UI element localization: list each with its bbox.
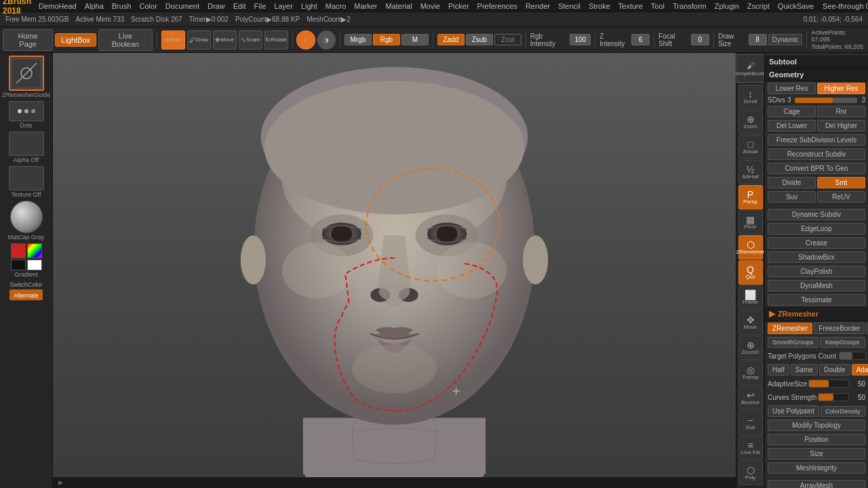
- color-spectrum[interactable]: [27, 243, 42, 258]
- zcut-btn[interactable]: Zcut: [494, 34, 521, 45]
- sub-icon[interactable]: − Sub: [738, 411, 763, 435]
- alpha-item[interactable]: Alpha Off: [3, 131, 50, 163]
- see-through-btn[interactable]: See-through 0: [819, 1, 868, 11]
- menu-light[interactable]: Light: [298, 1, 321, 11]
- menu-zscript[interactable]: Zscript: [744, 1, 773, 11]
- rnr-btn[interactable]: Rnr: [817, 106, 865, 117]
- alternate-btn[interactable]: Alternate: [9, 289, 42, 300]
- qvz-icon[interactable]: Q Qvz: [738, 260, 763, 285]
- zoom-icon[interactable]: ⊕ Zoom: [738, 110, 763, 134]
- menu-edit[interactable]: Edit: [230, 1, 250, 11]
- higher-res-btn[interactable]: Higher Res: [817, 83, 865, 94]
- poly-icon[interactable]: ⬡ Poly: [738, 461, 763, 485]
- brush-mode-btn[interactable]: ◑: [317, 30, 336, 49]
- gradient-item[interactable]: Gradient: [3, 243, 50, 278]
- move-tool[interactable]: ✥ Move: [213, 30, 237, 49]
- rgb-intensity-value[interactable]: 100: [570, 34, 591, 45]
- divide-btn[interactable]: Divide: [768, 177, 816, 188]
- scroll-icon[interactable]: ↕ Scroll: [738, 85, 763, 109]
- same-btn[interactable]: Same: [791, 364, 818, 375]
- array-mesh-btn[interactable]: ArrayMesh: [768, 480, 865, 488]
- menu-color[interactable]: Color: [136, 1, 161, 11]
- menu-preferences[interactable]: Preferences: [474, 1, 521, 11]
- mesh-integrity-btn[interactable]: MeshIntegrity: [768, 462, 865, 474]
- menu-marker[interactable]: Marker: [351, 1, 380, 11]
- color-density-btn[interactable]: ColorDensity: [821, 406, 865, 417]
- black-swatch[interactable]: [11, 260, 26, 270]
- rotate-tool[interactable]: ↻ Rotate: [264, 30, 288, 49]
- home-page-tab[interactable]: Home Page: [3, 29, 53, 51]
- menu-zplugin[interactable]: Zplugin: [711, 1, 743, 11]
- adaptive-size-slider[interactable]: [808, 380, 849, 388]
- tessimate-btn[interactable]: Tessimate: [768, 294, 865, 306]
- edgeloop-btn[interactable]: EdgeLoop: [768, 223, 865, 235]
- bounce-icon[interactable]: ↩ Bounce: [738, 386, 763, 410]
- menu-texture[interactable]: Texture: [615, 1, 646, 11]
- menu-layer[interactable]: Layer: [271, 1, 296, 11]
- matcap-item[interactable]: MatCap Gray: [3, 201, 50, 241]
- position-btn[interactable]: Position: [768, 434, 865, 445]
- scale-tool[interactable]: ⤡ Scale: [239, 30, 262, 49]
- center-canvas[interactable]: ▶: [53, 53, 736, 488]
- zremesher-section-header[interactable]: ▶ ZRemesher: [765, 307, 868, 321]
- menu-alpha[interactable]: Alpha: [81, 1, 107, 11]
- menu-document[interactable]: Document: [162, 1, 203, 11]
- stroke-item[interactable]: Dots: [3, 101, 50, 129]
- freeze-border-btn[interactable]: FreezeBorder: [814, 323, 865, 334]
- linefill-icon[interactable]: ≡ Line Fill: [738, 436, 763, 460]
- modify-topology-btn[interactable]: Modify Topology: [768, 420, 865, 431]
- move-icon[interactable]: ✥ Move: [738, 310, 763, 335]
- crease-btn[interactable]: Crease: [768, 237, 865, 249]
- lightbox-tab[interactable]: LightBox: [55, 33, 96, 47]
- size-btn[interactable]: Size: [768, 448, 865, 460]
- zremesher-main-btn[interactable]: ZRemesher: [768, 323, 812, 334]
- quicksave-btn[interactable]: QuickSave: [774, 1, 817, 11]
- menu-render[interactable]: Render: [522, 1, 553, 11]
- zsub-btn[interactable]: Zsub: [466, 34, 493, 45]
- left-brush-item[interactable]: ZRemesherGuide: [3, 56, 50, 98]
- smt-btn[interactable]: Smt: [817, 177, 865, 188]
- simple-brush-icon[interactable]: 🖌 SimpleBrush: [736, 54, 765, 83]
- double-btn[interactable]: Double: [819, 364, 850, 375]
- draw-size-value[interactable]: 8: [749, 34, 767, 45]
- subtool-header[interactable]: Subtool: [765, 56, 868, 68]
- color-swatch-red[interactable]: [11, 243, 26, 258]
- dynamic-subdiv-btn[interactable]: Dynamic Subdiv: [768, 209, 865, 220]
- dynamic-btn[interactable]: Dynamic: [768, 34, 803, 45]
- convert-bpr-btn[interactable]: Convert BPR To Geo: [768, 163, 865, 174]
- suv-btn[interactable]: Suv: [768, 191, 816, 203]
- actual-icon[interactable]: □ Actual: [738, 135, 763, 159]
- shadowbox-btn[interactable]: ShadowBox: [768, 251, 865, 263]
- adapt-btn[interactable]: Adapt: [852, 364, 868, 375]
- menu-stencil[interactable]: Stencil: [555, 1, 584, 11]
- menu-macro[interactable]: Macro: [322, 1, 350, 11]
- menu-file[interactable]: File: [251, 1, 270, 11]
- transp-icon[interactable]: ◎ Transp: [738, 361, 763, 385]
- menu-tool[interactable]: Tool: [648, 1, 668, 11]
- menu-material[interactable]: Material: [382, 1, 416, 11]
- edit-tool[interactable]: ✏ Edit: [161, 30, 185, 49]
- menu-brush[interactable]: Brush: [108, 1, 135, 11]
- smooth-groups-btn[interactable]: SmoothGroups: [768, 337, 818, 348]
- menu-movie[interactable]: Movie: [417, 1, 443, 11]
- reuv-btn[interactable]: ReUV: [817, 191, 865, 203]
- del-higher-btn[interactable]: Del Higher: [817, 120, 865, 131]
- switchcolor-item[interactable]: SwitchColor Alternate: [3, 281, 50, 300]
- menu-transform[interactable]: Transform: [669, 1, 710, 11]
- del-lower-btn[interactable]: Del Lower: [768, 120, 816, 131]
- menu-picker[interactable]: Picker: [445, 1, 473, 11]
- menu-stroke[interactable]: Stroke: [585, 1, 614, 11]
- persp-icon[interactable]: P Persp: [738, 185, 763, 209]
- zadd-btn[interactable]: Zadd: [437, 34, 465, 45]
- white-swatch[interactable]: [27, 260, 42, 270]
- dynamesh-btn[interactable]: DynaMesh: [768, 280, 865, 291]
- frame-icon[interactable]: ⬜ Frame: [738, 285, 763, 310]
- menu-demo-head[interactable]: DemoHead: [35, 1, 80, 11]
- menu-draw[interactable]: Draw: [204, 1, 229, 11]
- half-btn[interactable]: Half: [768, 364, 789, 375]
- m-btn[interactable]: M: [401, 34, 429, 45]
- use-polypaint-btn[interactable]: Use Polypaint: [768, 405, 819, 417]
- aahalf-icon[interactable]: ½ AAHalf: [738, 160, 763, 184]
- claypolish-btn[interactable]: ClayPolish: [768, 266, 865, 277]
- zoomd-icon[interactable]: ⊕ ZoomD: [738, 336, 763, 360]
